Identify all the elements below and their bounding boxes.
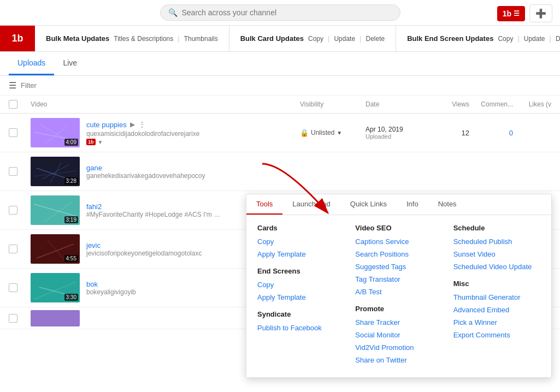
unlisted-icon: 🔒 <box>300 129 309 137</box>
video-title[interactable]: jevic <box>86 241 101 250</box>
select-all-checkbox[interactable] <box>9 100 17 109</box>
bulk-end-copy[interactable]: Copy <box>498 35 513 43</box>
advanced-embed-link[interactable]: Advanced Embed <box>453 306 540 314</box>
row-checkbox[interactable] <box>9 314 17 323</box>
promote-section-title: Promote <box>355 305 442 313</box>
pick-a-winner-link[interactable]: Pick a Winner <box>453 318 540 326</box>
row-checkbox[interactable] <box>9 128 17 137</box>
bulk-meta-link-thumbnails[interactable]: Thumbnails <box>184 35 218 43</box>
bulk-end-update[interactable]: Update <box>524 35 545 43</box>
comments-cell: 0 <box>469 129 513 137</box>
video-thumbnail: 3:19 <box>31 195 80 225</box>
scheduled-video-update-link[interactable]: Scheduled Video Update <box>453 263 540 271</box>
dropdown-tab-notes[interactable]: Notes <box>428 194 467 215</box>
share-twitter-link[interactable]: Share on Twitter <box>355 356 442 364</box>
dropdown-tab-quicklinks[interactable]: Quick Links <box>340 194 397 215</box>
search-bar[interactable]: 🔍 <box>160 4 400 21</box>
cards-copy-link[interactable]: Copy <box>257 237 344 246</box>
social-monitor-link[interactable]: Social Monitor <box>355 331 442 339</box>
visibility-dropdown-icon[interactable]: ▼ <box>337 130 342 136</box>
bulk-card-delete[interactable]: Delete <box>366 35 385 43</box>
syndicate-section-title: Syndicate <box>257 310 344 318</box>
filter-input[interactable] <box>21 81 130 90</box>
table-header: Video Visibility Date Views Commen... Li… <box>0 96 560 114</box>
tb-logo-badge: 1b <box>86 139 96 145</box>
table-row: 3:28 gane ganehekedixarivakegadovevehahe… <box>0 152 560 191</box>
bulk-meta-link-titles[interactable]: Titles & Descriptions <box>114 35 173 43</box>
video-title[interactable]: fahi2 <box>86 203 102 211</box>
publish-facebook-link[interactable]: Publish to Facebook <box>257 324 344 332</box>
video-description: jevicisoforipokeyonetigelodamogotolaxc <box>86 250 223 257</box>
scheduled-publish-link[interactable]: Scheduled Publish <box>453 237 540 246</box>
bulk-card-copy[interactable]: Copy <box>308 35 323 43</box>
header-likes-col: Likes (v <box>513 100 551 108</box>
bulk-end-title: Bulk End Screen Updates <box>407 34 493 43</box>
header-check-col <box>9 100 31 109</box>
video-thumbnail <box>31 310 80 326</box>
end-screens-section-title: End Screens <box>257 267 344 275</box>
video-description: #MyFavoriteCharity #HopeLodge #ACS I'm n… <box>86 211 223 218</box>
video-thumbnail: 4:55 <box>31 234 80 264</box>
header-visibility-col: Visibility <box>300 100 366 108</box>
header-comments-col: Commen... <box>469 100 513 108</box>
header-video-col: Video <box>31 100 300 108</box>
end-screens-copy-link[interactable]: Copy <box>257 281 344 289</box>
end-screens-apply-template-link[interactable]: Apply Template <box>257 293 344 301</box>
tag-translator-link[interactable]: Tag Translator <box>355 275 442 283</box>
video-duration: 3:28 <box>64 177 78 185</box>
dropdown-tab-launchpad[interactable]: Launch Pad <box>282 194 340 215</box>
row-checkbox[interactable] <box>9 245 17 253</box>
chevron-down-icon[interactable]: ▼ <box>98 139 103 145</box>
search-input[interactable] <box>182 8 392 17</box>
more-options-icon[interactable]: ⋮ <box>138 120 146 129</box>
nav-group-bulk-end: Bulk End Screen Updates Copy | Update | … <box>396 26 560 51</box>
add-video-button[interactable]: ➕ <box>529 4 552 22</box>
video-title[interactable]: bok <box>86 280 98 288</box>
visibility-cell: 🔒 Unlisted ▼ <box>300 129 366 137</box>
bulk-card-update[interactable]: Update <box>334 35 355 43</box>
nav-logo[interactable]: 1b <box>0 26 35 51</box>
export-comments-link[interactable]: Export Comments <box>453 331 540 339</box>
schedule-section-title: Schedule <box>453 224 540 232</box>
row-checkbox[interactable] <box>9 206 17 215</box>
dropdown-tab-tools[interactable]: Tools <box>246 194 282 215</box>
cards-apply-template-link[interactable]: Apply Template <box>257 250 344 258</box>
video-thumbnail: 3:28 <box>31 157 80 186</box>
ab-test-link[interactable]: A/B Test <box>355 288 442 296</box>
filter-icon: ☰ <box>9 80 16 91</box>
video-duration: 4:09 <box>64 139 78 146</box>
suggested-tags-link[interactable]: Suggested Tags <box>355 263 442 271</box>
thumbnail-generator-link[interactable]: Thumbnail Generator <box>453 293 540 301</box>
video-duration: 4:55 <box>64 255 78 262</box>
vid2vid-link[interactable]: Vid2Vid Promotion <box>355 343 442 352</box>
bulk-card-title: Bulk Card Updates <box>240 34 304 43</box>
dropdown-col-left: Cards Copy Apply Template End Screens Co… <box>257 224 344 369</box>
header-logo-button[interactable]: 1b ☰ <box>497 6 525 21</box>
visibility-label: Unlisted <box>311 129 334 136</box>
sunset-video-link[interactable]: Sunset Video <box>453 250 540 258</box>
dropdown-tabs: Tools Launch Pad Quick Links Info Notes <box>246 194 551 215</box>
row-checkbox[interactable] <box>9 167 17 176</box>
header-date-col: Date <box>366 100 431 108</box>
youtube-icon[interactable]: ▶ <box>130 121 135 128</box>
search-icon: 🔍 <box>168 8 178 17</box>
video-seo-section-title: Video SEO <box>355 224 442 232</box>
nav-group-bulk-card: Bulk Card Updates Copy | Update | Delete <box>229 26 397 51</box>
video-title[interactable]: gane <box>86 164 102 172</box>
views-cell: 12 <box>431 129 469 137</box>
tab-live[interactable]: Live <box>54 52 86 75</box>
dropdown-col-right: Schedule Scheduled Publish Sunset Video … <box>453 224 540 369</box>
search-positions-link[interactable]: Search Positions <box>355 250 442 258</box>
cards-section-title: Cards <box>257 224 344 232</box>
svg-line-10 <box>48 240 64 259</box>
captions-service-link[interactable]: Captions Service <box>355 237 442 246</box>
tab-uploads[interactable]: Uploads <box>9 52 54 75</box>
date-value: Apr 10, 2019 <box>366 126 431 133</box>
share-tracker-link[interactable]: Share Tracker <box>355 318 442 326</box>
nav-group-bulk-meta: Bulk Meta Updates Titles & Descriptions … <box>35 26 229 51</box>
dropdown-menu: Tools Launch Pad Quick Links Info Notes … <box>246 194 552 378</box>
row-checkbox[interactable] <box>9 283 17 292</box>
video-title[interactable]: cute puppies <box>86 121 127 129</box>
bulk-end-delete[interactable]: Delete <box>556 35 560 43</box>
dropdown-tab-info[interactable]: Info <box>397 194 428 215</box>
